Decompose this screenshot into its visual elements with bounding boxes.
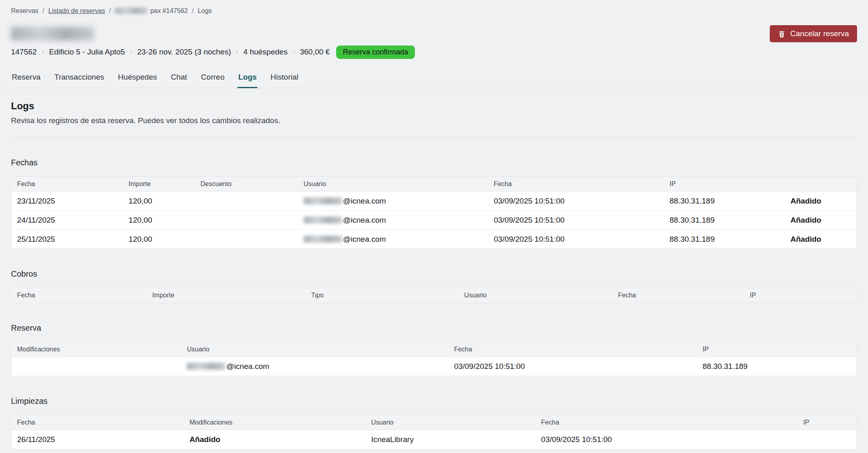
cell-ip: 88.30.31.189 [664,230,785,249]
tab-transacciones[interactable]: Transacciones [54,67,105,88]
tab-historial[interactable]: Historial [270,67,299,88]
cell-fecha: 23/11/2025 [11,192,123,211]
reservation-header: Cancelar reserva [0,25,868,42]
col-header-usuario: Usuario [365,415,535,430]
cell-fecha: 26/11/2025 [11,430,184,449]
col-header-accion [785,177,857,192]
logs-content: Logs Revisa los registros de esta reserv… [0,100,868,453]
fechas-table: Fecha Importe Descuento Usuario Fecha IP… [11,176,857,249]
dot-separator: · [130,48,132,56]
total-price: 360,00 € [300,48,330,56]
cell-usuario: IcneaLibrary [365,430,535,449]
breadcrumb-reservation-label: pax #147562 [150,7,188,14]
table-header-row: Fecha Importe Descuento Usuario Fecha IP [11,177,857,192]
cell-accion: Añadido [785,211,857,230]
breadcrumb: Reservas / Listado de reservas / pax #14… [0,0,868,15]
col-header-fecha: Fecha [11,288,147,303]
cell-ip: 88.30.31.189 [697,357,857,376]
tab-correo[interactable]: Correo [200,67,225,88]
col-header-usuario: Usuario [458,288,612,303]
dot-separator: · [41,48,44,56]
cell-ip: 88.30.31.189 [664,211,785,230]
property-name: Edificio 5 - Julia Apto5 [49,48,125,56]
cell-usuario: @icnea.com [298,211,488,230]
cell-fecha: 03/09/2025 10:51:00 [448,357,697,376]
redacted-guest-name-title [11,27,94,41]
table-row: @icnea.com 03/09/2025 10:51:00 88.30.31.… [11,357,857,376]
cell-usuario: @icnea.com [181,357,448,376]
usuario-domain: @icnea.com [343,235,386,243]
cell-usuario: @icnea.com [298,192,488,211]
breadcrumb-separator: / [43,7,44,15]
table-header-row: Fecha Modificaciones Usuario Fecha IP [11,415,857,430]
tab-chat[interactable]: Chat [170,67,188,88]
col-header-ip: IP [744,288,857,303]
breadcrumb-separator: / [109,7,111,15]
col-header-importe: Importe [147,288,305,303]
page-description: Revisa los registros de esta reserva. Pu… [11,116,857,125]
cell-modificaciones [11,357,181,376]
dot-separator: · [292,48,295,56]
table-header-row: Modificaciones Usuario Fecha IP [11,342,857,357]
table-row: 25/11/2025 120,00 @icnea.com 03/09/2025 … [11,230,857,249]
col-header-descuento: Descuento [195,177,298,192]
col-header-fecha: Fecha [448,342,697,357]
reserva-table: Modificaciones Usuario Fecha IP @icnea.c… [11,342,857,376]
cell-fecha: 24/11/2025 [11,211,123,230]
breadcrumb-separator: / [192,7,194,15]
trash-icon [778,30,786,38]
section-title-limpiezas: Limpiezas [11,397,857,406]
cell-descuento [195,230,298,249]
col-header-fecha-log: Fecha [488,177,664,192]
breadcrumb-item-logs: Logs [198,7,212,15]
usuario-domain: @icnea.com [226,362,269,371]
guest-count: 4 huéspedes [243,48,287,56]
cancel-reservation-label: Cancelar reserva [790,29,849,38]
cell-descuento [195,211,298,230]
usuario-domain: @icnea.com [343,216,386,224]
col-header-fecha-log: Fecha [535,415,797,430]
page-title: Logs [11,100,857,112]
col-header-tipo: Tipo [306,288,459,303]
redacted-username [304,236,342,243]
breadcrumb-item-reservation[interactable]: pax #147562 [115,7,188,15]
reservation-summary: 147562 · Edificio 5 - Julia Apto5 · 23-2… [0,46,868,59]
breadcrumb-item-reservas[interactable]: Reservas [11,7,39,15]
section-title-cobros: Cobros [11,269,857,279]
cell-importe: 120,00 [123,211,195,230]
redacted-guest-name [115,8,147,14]
redacted-username [304,197,342,204]
col-header-modificaciones: Modificaciones [11,342,181,357]
cell-fecha-log: 03/09/2025 10:51:00 [488,211,664,230]
status-badge: Reserva confirmada [336,46,415,59]
cell-ip: 88.30.31.189 [664,192,785,211]
col-header-ip: IP [697,342,857,357]
col-header-usuario: Usuario [298,177,488,192]
tab-huespedes[interactable]: Huéspedes [117,67,158,88]
cancel-reservation-button[interactable]: Cancelar reserva [770,25,857,42]
col-header-ip: IP [797,415,857,430]
cell-fecha-log: 03/09/2025 10:51:00 [488,192,664,211]
limpiezas-table: Fecha Modificaciones Usuario Fecha IP 26… [11,415,857,449]
divider [11,137,857,138]
cell-accion: Añadido [785,230,857,249]
stay-dates: 23-26 nov. 2025 (3 noches) [137,48,231,56]
table-row: 26/11/2025 Añadido IcneaLibrary 03/09/20… [11,430,857,449]
redacted-username [187,363,225,370]
cell-ip [797,430,857,449]
col-header-fecha-log: Fecha [612,288,744,303]
col-header-fecha: Fecha [11,177,123,192]
redacted-username [304,217,342,223]
reservation-logs-page: Reservas / Listado de reservas / pax #14… [0,0,868,453]
table-row: 23/11/2025 120,00 @icnea.com 03/09/2025 … [11,192,857,211]
col-header-usuario: Usuario [181,342,448,357]
cell-accion: Añadido [785,192,857,211]
tab-logs[interactable]: Logs [238,67,257,88]
dot-separator: · [236,48,238,56]
breadcrumb-item-listado-de-reservas[interactable]: Listado de reservas [48,7,105,15]
col-header-modificaciones: Modificaciones [184,415,366,430]
cobros-table: Fecha Importe Tipo Usuario Fecha IP [11,288,857,303]
cell-importe: 120,00 [123,230,195,249]
cell-usuario: @icnea.com [298,230,488,249]
tab-reserva[interactable]: Reserva [11,67,41,88]
